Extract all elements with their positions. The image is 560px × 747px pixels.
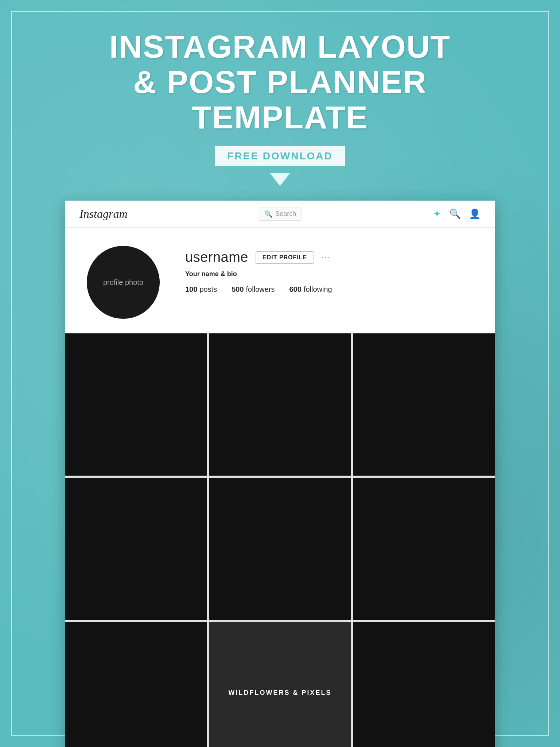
post-cell[interactable] <box>353 622 495 747</box>
profile-photo-label: profile photo <box>103 278 143 287</box>
title-line2: & POST PLANNER <box>0 65 560 100</box>
nav-icons: ✦ 🔍 👤 <box>433 208 481 220</box>
username: username <box>185 249 248 265</box>
post-cell-watermark[interactable]: WILDFLOWERS & PIXELS <box>209 622 351 747</box>
instagram-mockup: Instagram 🔍 Search ✦ 🔍 👤 profile photo u… <box>65 201 495 747</box>
following-count: 600 <box>289 285 301 294</box>
profile-info: username EDIT PROFILE ··· Your name & bi… <box>185 246 473 294</box>
profile-section: profile photo username EDIT PROFILE ··· … <box>65 228 495 333</box>
posts-grid: WILDFLOWERS & PIXELS <box>65 333 495 747</box>
profile-photo-circle: profile photo <box>87 246 160 319</box>
compass-icon[interactable]: ✦ <box>433 208 441 220</box>
search-icon: 🔍 <box>264 210 272 218</box>
profile-name-bio: Your name & bio <box>185 270 473 278</box>
free-download-badge[interactable]: FREE DOWNLOAD <box>215 146 345 166</box>
title-line3: TEMPLATE <box>0 100 560 135</box>
profile-stats: 100 posts 500 followers 600 following <box>185 285 473 294</box>
post-cell[interactable] <box>209 478 351 620</box>
post-cell[interactable] <box>65 622 207 747</box>
post-cell[interactable] <box>65 333 207 475</box>
following-label: following <box>304 285 332 294</box>
profile-nav-icon[interactable]: 👤 <box>469 208 481 220</box>
post-cell[interactable] <box>209 333 351 475</box>
posts-label: posts <box>199 285 217 294</box>
username-row: username EDIT PROFILE ··· <box>185 249 473 265</box>
ig-navbar: Instagram 🔍 Search ✦ 🔍 👤 <box>65 201 495 228</box>
followers-count: 500 <box>232 285 244 294</box>
post-cell[interactable] <box>353 333 495 475</box>
main-title: INSTAGRAM LAYOUT & POST PLANNER TEMPLATE <box>0 29 560 135</box>
watermark-text: WILDFLOWERS & PIXELS <box>228 689 331 697</box>
search-placeholder: Search <box>275 210 296 218</box>
search-nav-icon[interactable]: 🔍 <box>449 208 461 220</box>
search-bar[interactable]: 🔍 Search <box>259 208 302 221</box>
post-cell[interactable] <box>353 478 495 620</box>
posts-stat: 100 posts <box>185 285 217 294</box>
instagram-logo: Instagram <box>79 207 128 221</box>
followers-stat: 500 followers <box>232 285 275 294</box>
header-section: INSTAGRAM LAYOUT & POST PLANNER TEMPLATE… <box>0 0 560 201</box>
followers-label: followers <box>246 285 275 294</box>
following-stat: 600 following <box>289 285 332 294</box>
more-options-icon[interactable]: ··· <box>321 253 330 262</box>
posts-count: 100 <box>185 285 197 294</box>
edit-profile-button[interactable]: EDIT PROFILE <box>256 251 314 264</box>
post-cell[interactable] <box>65 478 207 620</box>
arrow-down-icon <box>270 173 290 186</box>
badge-label: FREE DOWNLOAD <box>227 150 332 162</box>
title-line1: INSTAGRAM LAYOUT <box>0 29 560 65</box>
